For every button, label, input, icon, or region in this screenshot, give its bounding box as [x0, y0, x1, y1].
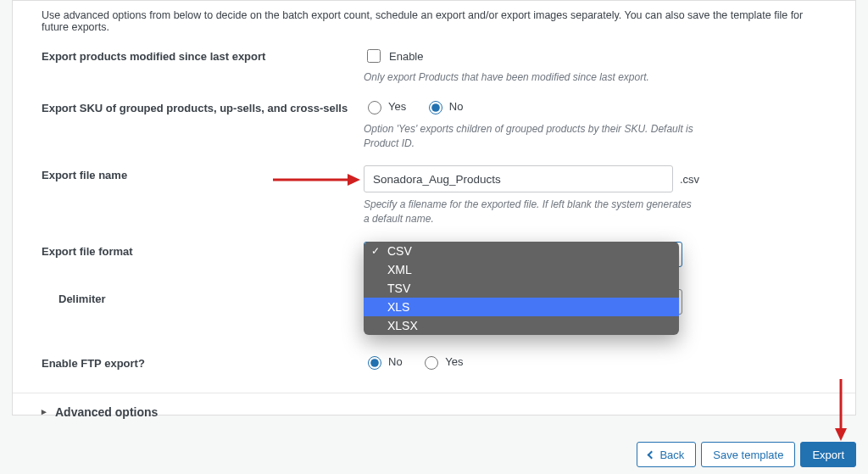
- radio-sku-yes[interactable]: [368, 101, 381, 114]
- radio-sku-yes-text: Yes: [388, 100, 406, 113]
- label-format: Export file format: [42, 242, 364, 258]
- row-ftp: Enable FTP export? No Yes: [13, 349, 855, 377]
- radio-sku-yes-label[interactable]: Yes: [364, 98, 406, 114]
- export-settings-panel: Use advanced options from below to decid…: [12, 0, 856, 415]
- format-dropdown-menu[interactable]: CSV XML TSV XLS XLSX: [364, 242, 679, 335]
- format-option-xls[interactable]: XLS: [364, 298, 679, 316]
- export-button[interactable]: Export: [800, 442, 856, 467]
- help-sku-grouped: Option 'Yes' exports children of grouped…: [364, 122, 694, 151]
- caret-right-icon: ▸: [42, 406, 47, 417]
- intro-text: Use advanced options from below to decid…: [13, 1, 855, 42]
- chevron-left-icon: [648, 450, 656, 459]
- radio-ftp-yes-label[interactable]: Yes: [420, 354, 463, 370]
- field-sku-grouped: Yes No Option 'Yes' exports children of …: [364, 98, 703, 151]
- field-filename: .csv Specify a filename for the exported…: [364, 165, 703, 226]
- row-sku-grouped: Export SKU of grouped products, up-sells…: [13, 93, 855, 156]
- label-ftp: Enable FTP export?: [42, 354, 364, 370]
- label-filename: Export file name: [42, 165, 364, 181]
- radio-sku-no-label[interactable]: No: [425, 98, 464, 114]
- advanced-options-label: Advanced options: [55, 405, 158, 419]
- filename-input[interactable]: [364, 165, 673, 192]
- radio-sku-no[interactable]: [429, 101, 442, 114]
- filename-ext: .csv: [680, 173, 699, 186]
- label-sku-grouped: Export SKU of grouped products, up-sells…: [42, 98, 364, 114]
- back-button[interactable]: Back: [637, 442, 696, 467]
- radio-ftp-yes-text: Yes: [445, 355, 463, 368]
- back-button-label: Back: [659, 449, 684, 461]
- enable-modified-checkbox-label[interactable]: Enable: [364, 47, 423, 65]
- enable-modified-text: Enable: [389, 50, 423, 63]
- enable-modified-checkbox[interactable]: [367, 49, 381, 63]
- save-template-button[interactable]: Save template: [701, 442, 795, 467]
- radio-sku-no-text: No: [449, 100, 464, 113]
- footer-buttons: Back Save template Export: [0, 442, 856, 467]
- format-option-csv[interactable]: CSV: [364, 242, 679, 260]
- advanced-options-toggle[interactable]: ▸ Advanced options: [13, 393, 855, 431]
- help-filename: Specify a filename for the exported file…: [364, 198, 694, 226]
- radio-ftp-no[interactable]: [368, 356, 381, 370]
- format-option-tsv[interactable]: TSV: [364, 279, 679, 298]
- row-format: Export file format CSV XML TSV XLS XLSX: [13, 237, 855, 272]
- export-button-label: Export: [812, 449, 844, 461]
- radio-ftp-yes[interactable]: [425, 356, 438, 370]
- field-ftp: No Yes: [364, 354, 703, 372]
- label-export-modified: Export products modified since last expo…: [42, 47, 364, 63]
- radio-ftp-no-text: No: [388, 355, 403, 368]
- row-filename: Export file name .csv Specify a filename…: [13, 160, 855, 231]
- radio-ftp-no-label[interactable]: No: [364, 354, 403, 370]
- label-delimiter: Delimiter: [42, 289, 364, 305]
- field-export-modified: Enable Only export Products that have be…: [364, 47, 703, 85]
- format-option-xlsx[interactable]: XLSX: [364, 316, 679, 335]
- format-option-xml[interactable]: XML: [364, 260, 679, 279]
- row-export-modified: Export products modified since last expo…: [13, 42, 855, 90]
- help-export-modified: Only export Products that have been modi…: [364, 70, 694, 85]
- field-format: CSV XML TSV XLS XLSX: [364, 242, 703, 267]
- save-template-button-label: Save template: [713, 449, 783, 461]
